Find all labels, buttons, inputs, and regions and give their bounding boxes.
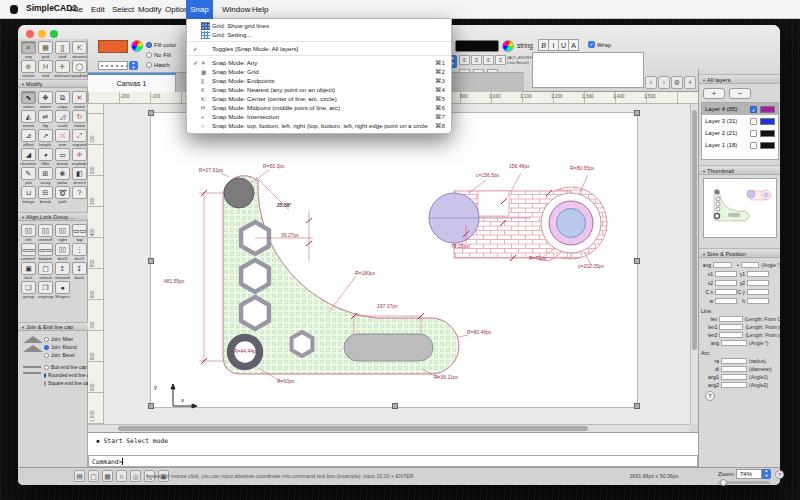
statusbar-icon[interactable]: ▤ [74, 470, 85, 482]
line-cap-radio[interactable]: Butt end line cap [44, 363, 88, 371]
layers-header[interactable]: All layers [699, 74, 780, 84]
modify-tool[interactable]: ▭ break [54, 148, 71, 167]
field-input[interactable] [721, 340, 747, 346]
snap-tool[interactable]: H mid [37, 60, 54, 79]
statusbar-icon[interactable]: ▦ [102, 470, 113, 482]
field-input[interactable] [715, 289, 737, 295]
modify-tool[interactable]: ◕ fillet [37, 148, 54, 167]
menu-item[interactable] [187, 53, 451, 56]
statusbar-icon[interactable]: ◎ [130, 470, 141, 482]
color-wheel-icon[interactable] [131, 40, 143, 52]
menu-item[interactable]: K- Snap Mode: Center (center of line, ar… [187, 94, 451, 103]
canvas-tab[interactable]: Canvas 1 [88, 73, 176, 93]
align-tool[interactable]: ▯▯ distX [54, 243, 71, 262]
menu-item[interactable]: H Snap Mode: Midpoint (middle point of l… [187, 103, 451, 112]
zoom-slider[interactable] [718, 481, 770, 484]
apple-menu-icon[interactable] [10, 5, 18, 14]
snap-tool[interactable]: ✕ any [20, 41, 37, 60]
selection-handle[interactable] [634, 403, 640, 409]
command-input[interactable]: Command> [88, 455, 698, 467]
modify-tool[interactable]: ? [71, 186, 88, 205]
align-tool[interactable]: ⋮ distY [71, 243, 88, 262]
cap-section-header[interactable]: Join & End line cap [18, 322, 88, 331]
maximize-button[interactable] [50, 30, 58, 38]
align-tool[interactable]: ▯▯ left [20, 224, 37, 243]
stroke-color-swatch[interactable] [455, 40, 499, 52]
string-textarea[interactable] [532, 52, 644, 88]
menubar-item[interactable]: File [66, 0, 87, 19]
modify-tool[interactable]: ◭ mirror [20, 110, 37, 129]
text-align-button[interactable]: ≡ [471, 55, 482, 65]
snap-tool[interactable]: ][ end [54, 41, 71, 60]
zoom-dropdown-icon[interactable]: ▲▼ [762, 469, 771, 479]
statusbar-icon[interactable]: ⌗ [116, 470, 127, 482]
layer-row[interactable]: Layer 3 (31) ✓ [702, 115, 778, 127]
layer-row[interactable]: Layer 1 (18) ✓ [702, 139, 778, 151]
close-button[interactable] [26, 30, 34, 38]
canvas-nav-button[interactable]: › [658, 76, 670, 89]
field-input[interactable] [747, 298, 769, 304]
align-tool[interactable]: ▣ lock [20, 262, 37, 281]
field-input[interactable] [747, 280, 769, 286]
add-layer-button[interactable]: + [703, 88, 725, 99]
join-style-radio[interactable]: Join: Bevel [44, 351, 88, 359]
layer-visibility-checkbox[interactable]: ✓ [750, 130, 757, 137]
line-cap-radio[interactable]: Square end line cap [44, 379, 88, 387]
scrollbar-thumb[interactable] [692, 110, 697, 350]
size-position-header[interactable]: Size & Position [699, 248, 780, 258]
modify-tool[interactable]: ✕ erase [71, 91, 88, 110]
modify-tool[interactable]: ↗ length. [37, 129, 54, 148]
menu-item[interactable]: ][ Snap Mode: Endpoints ⌘3 [187, 76, 451, 85]
snap-tool[interactable]: K nearest [71, 41, 88, 60]
zoom-value-select[interactable]: 74% [736, 469, 762, 479]
modify-tool[interactable]: ❋ polar [54, 167, 71, 186]
field-input[interactable] [719, 324, 743, 330]
horizontal-scrollbar[interactable] [88, 424, 690, 432]
text-align-button[interactable]: ≡ [483, 55, 494, 65]
layer-visibility-checkbox[interactable]: ✓ [750, 142, 757, 149]
layer-visibility-checkbox[interactable]: ✓ [750, 118, 757, 125]
layer-color-swatch[interactable] [760, 142, 775, 149]
menu-item[interactable]: ▦ Grid: Setting... [187, 30, 451, 39]
snap-tool[interactable]: ▦ grid [37, 41, 54, 60]
modify-tool[interactable]: ⊞ array [37, 167, 54, 186]
align-tool[interactable]: ↥ forward [54, 262, 71, 281]
drawing-page[interactable]: R=27.91pxR=50.3px25.58°39.27px481.55pxR=… [150, 112, 638, 408]
selection-handle[interactable] [634, 110, 640, 116]
align-tool[interactable]: ▭▭ centerY [20, 243, 37, 262]
field-input[interactable] [715, 271, 737, 277]
field-input[interactable] [721, 358, 747, 364]
modify-tool[interactable]: ⊔ merge [20, 186, 37, 205]
align-tool[interactable]: ↧ back [71, 262, 88, 281]
scrollbar-thumb[interactable] [118, 426, 588, 431]
align-tool[interactable]: ● Shapes [54, 281, 71, 300]
panel-help-button[interactable]: ? [705, 391, 715, 401]
modify-tool[interactable]: ◧ stretch [71, 167, 88, 186]
align-tool[interactable]: ❐ ungroup [37, 281, 54, 300]
field-input[interactable] [721, 366, 747, 372]
vertical-scrollbar[interactable] [690, 104, 698, 424]
statusbar-help-button[interactable]: ? [775, 470, 784, 479]
menu-item[interactable]: ▦ Grid: Show grid lines [187, 21, 451, 30]
modify-tool[interactable]: ➰ path [54, 186, 71, 205]
field-input[interactable] [715, 298, 737, 304]
selection-handle[interactable] [148, 258, 154, 264]
thumbnail-header[interactable]: Thumbnail [699, 165, 780, 175]
selection-handle[interactable] [148, 403, 154, 409]
menu-item[interactable]: ▦ Snap Mode: Grid ⌘2 [187, 67, 451, 76]
field-input[interactable] [721, 374, 747, 380]
snap-tool[interactable]: ✛ intersect [54, 60, 71, 79]
modify-tool[interactable]: ⬉ select [20, 91, 37, 110]
layer-row[interactable]: Layer 4 (65) ✓ [702, 103, 778, 115]
canvas-nav-button[interactable]: ‹ [645, 76, 657, 89]
align-section-header[interactable]: Align,Lock,Group ... [18, 212, 88, 221]
field-input[interactable] [719, 332, 743, 338]
align-tool[interactable]: ▯▯ right [54, 224, 71, 243]
menubar-item[interactable]: Snap [186, 0, 213, 19]
menubar-item[interactable]: Edit [87, 0, 109, 19]
field-input[interactable] [747, 271, 769, 277]
modify-tool[interactable]: ◢ chamfer [20, 148, 37, 167]
field-input[interactable] [747, 289, 769, 295]
modify-tool[interactable]: ⧉ copy [54, 91, 71, 110]
hatch-pattern-select[interactable] [98, 61, 128, 70]
